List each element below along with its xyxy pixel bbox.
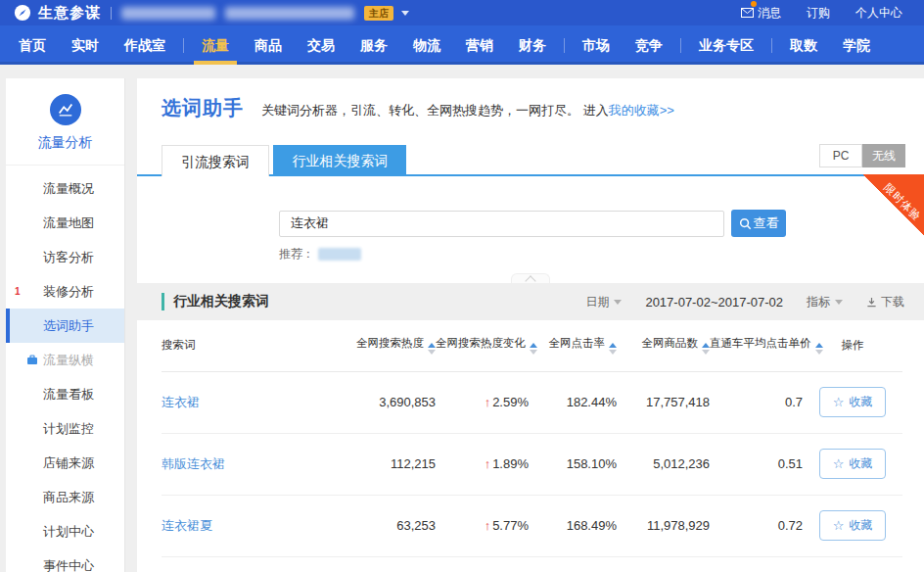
col-header-label: 全网点击率: [549, 337, 606, 349]
star-icon: ☆: [833, 519, 845, 532]
keyword-link[interactable]: 连衣裙夏: [162, 518, 212, 533]
traffic-analysis-icon: [50, 94, 81, 125]
nav-item-competition[interactable]: 竞争: [623, 25, 675, 65]
keyword-search-input[interactable]: [279, 211, 724, 237]
cell-search-heat: 3,690,853: [352, 371, 436, 433]
sort-icon[interactable]: [702, 343, 710, 355]
nav-item-business-zone[interactable]: 业务专区: [686, 25, 766, 65]
keyword-link[interactable]: 韩版连衣裙: [162, 456, 225, 471]
nav-item-traffic[interactable]: 流量: [189, 25, 242, 65]
nav-item-data-extract[interactable]: 取数: [777, 25, 830, 65]
sort-icon[interactable]: [609, 343, 617, 355]
favorite-button[interactable]: ☆收藏: [819, 387, 887, 417]
col-header-heat-change[interactable]: 全网搜索热度变化: [436, 320, 529, 371]
section-bar: 行业相关搜索词 日期 2017-07-02~2017-07-02 指标 下载: [137, 283, 924, 320]
view-button-label: 查看: [754, 214, 779, 232]
collapse-handle[interactable]: [511, 273, 550, 283]
page-subtitle: 关键词分析器，引流、转化、全网热搜趋势，一网打尽。 进入我的收藏>>: [261, 102, 674, 119]
subscribe-link[interactable]: 订购: [807, 5, 830, 22]
nav-item-trade[interactable]: 交易: [295, 25, 347, 65]
favorite-label: 收藏: [849, 455, 872, 472]
favorite-button[interactable]: ☆收藏: [819, 449, 887, 479]
col-header-search-heat[interactable]: 全网搜索热度: [352, 320, 436, 371]
col-header-label: 直通车平均点击单价: [710, 337, 811, 349]
trend-up-icon: ↑: [485, 518, 491, 533]
cell-ctr: 182.44%: [529, 371, 617, 433]
sidebar-item-traffic-overview[interactable]: 流量概况: [6, 171, 124, 206]
sidebar-item-label: 装修分析: [43, 284, 94, 299]
recommended-keyword-redacted[interactable]: [318, 248, 361, 261]
sidebar-item-traffic-matrix[interactable]: 流量纵横: [6, 343, 124, 377]
nav-divider: [680, 38, 681, 53]
notification-badge: 1: [15, 274, 21, 309]
cell-heat-change: ↑5.77%: [436, 495, 529, 556]
cell-avg-cpc: 0.51: [710, 433, 803, 495]
download-button[interactable]: 下载: [866, 294, 904, 310]
sidebar-item-visitor-analysis[interactable]: 访客分析: [6, 240, 124, 274]
sidebar-item-product-source[interactable]: 商品来源: [6, 480, 124, 514]
sidebar-item-word-picker[interactable]: 选词助手: [6, 309, 124, 343]
favorite-button[interactable]: ☆收藏: [819, 510, 887, 541]
metric-label: 指标: [807, 294, 830, 310]
col-header-label: 全网搜索热度: [356, 337, 424, 349]
sidebar-item-plan-monitor[interactable]: 计划监控: [6, 411, 124, 446]
chevron-down-icon: [835, 300, 843, 305]
sidebar-item-decoration-analysis[interactable]: 1 装修分析: [6, 274, 124, 309]
subtitle-text: 关键词分析器，引流、转化、全网热搜趋势，一网打尽。: [261, 103, 579, 118]
nav-item-marketing[interactable]: 营销: [453, 25, 506, 65]
download-label: 下载: [881, 294, 904, 310]
sort-icon[interactable]: [815, 343, 823, 355]
tab-strip: 引流搜索词 行业相关搜索词 PC 无线: [137, 145, 924, 176]
metric-dropdown[interactable]: 指标: [807, 294, 843, 310]
trend-up-icon: ↑: [485, 456, 491, 471]
sidebar-item-event-center[interactable]: 事件中心: [6, 548, 124, 572]
nav-item-home[interactable]: 首页: [6, 25, 59, 65]
table-row: 韩版连衣裙 112,215 ↑1.89% 158.10% 5,012,236 0…: [162, 433, 902, 495]
favorite-label: 收藏: [849, 394, 872, 410]
nav-item-warroom[interactable]: 作战室: [112, 25, 178, 65]
messages-link[interactable]: 消息: [741, 5, 781, 22]
nav-item-realtime[interactable]: 实时: [59, 25, 112, 65]
nav-item-service[interactable]: 服务: [347, 25, 400, 65]
my-favorites-link[interactable]: 我的收藏>>: [609, 103, 674, 118]
app-title: 生意参谋: [38, 4, 101, 23]
cell-search-heat: 112,215: [352, 433, 436, 495]
sycm-logo-icon: [14, 4, 31, 22]
sort-icon[interactable]: [428, 343, 436, 355]
cell-avg-cpc: 0.7: [710, 371, 803, 433]
sidebar-item-traffic-board[interactable]: 流量看板: [6, 377, 124, 411]
sidebar-item-shop-source[interactable]: 店铺来源: [6, 446, 124, 480]
nav-item-products[interactable]: 商品: [242, 25, 295, 65]
enter-label: 进入: [583, 103, 609, 118]
col-header-avg-cpc[interactable]: 直通车平均点击单价: [710, 320, 803, 371]
recommend-label: 推荐：: [279, 246, 314, 262]
change-value: 5.77%: [492, 518, 529, 533]
sidebar-item-plan-center[interactable]: 计划中心: [6, 514, 124, 548]
cell-heat-change: ↑1.89%: [436, 433, 529, 495]
tab-industry-related-search-words[interactable]: 行业相关搜索词: [273, 145, 406, 176]
personal-center-link[interactable]: 个人中心: [855, 5, 902, 22]
col-header-ctr[interactable]: 全网点击率: [529, 320, 617, 371]
toggle-pc[interactable]: PC: [819, 144, 862, 167]
change-value: 2.59%: [492, 395, 529, 409]
nav-item-finance[interactable]: 财务: [506, 25, 559, 65]
keyword-link[interactable]: 连衣裙: [162, 395, 200, 409]
view-button[interactable]: 查看: [731, 210, 786, 237]
limited-time-ribbon[interactable]: 限时体验: [863, 174, 924, 235]
shop-switch-chevron-icon[interactable]: [401, 11, 409, 16]
nav-divider: [183, 38, 184, 53]
nav-item-market[interactable]: 市场: [570, 25, 623, 65]
toggle-wireless[interactable]: 无线: [862, 144, 905, 167]
nav-item-academy[interactable]: 学院: [830, 25, 883, 65]
sidebar-item-traffic-map[interactable]: 流量地图: [6, 206, 124, 240]
divider: [111, 7, 112, 20]
tab-inbound-search-words[interactable]: 引流搜索词: [162, 145, 269, 176]
date-dropdown[interactable]: 日期: [585, 294, 622, 310]
col-header-product-count[interactable]: 全网商品数: [617, 320, 710, 371]
cell-ctr: 168.49%: [529, 495, 617, 556]
cell-product-count: 17,757,418: [617, 371, 710, 433]
page-title: 选词助手: [162, 95, 244, 121]
nav-item-logistics[interactable]: 物流: [400, 25, 453, 65]
search-icon: [739, 217, 752, 230]
sort-icon[interactable]: [530, 343, 537, 355]
